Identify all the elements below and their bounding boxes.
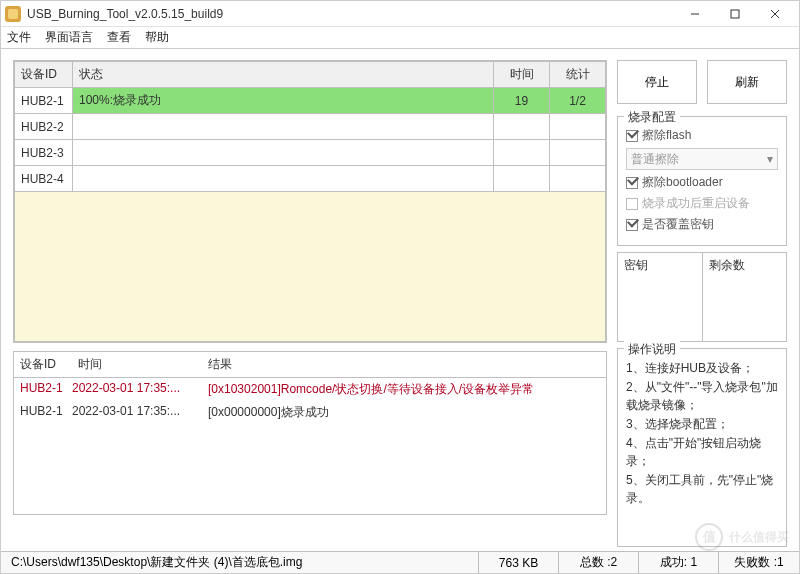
key-col-secret: 密钥 (618, 253, 703, 341)
window-controls (675, 2, 795, 26)
status-size: 763 KB (479, 552, 559, 573)
key-col-remaining: 剩余数 (703, 253, 787, 341)
instructions-panel: 操作说明 1、连接好HUB及设备；2、从"文件"--"导入烧录包"加载烧录镜像；… (617, 348, 787, 547)
cell-status (73, 166, 494, 192)
cell-status (73, 140, 494, 166)
device-table-header: 设备ID 状态 时间 统计 (15, 62, 606, 88)
minimize-button[interactable] (675, 2, 715, 26)
header-stat[interactable]: 统计 (550, 62, 606, 88)
instruction-step: 5、关闭工具前，先"停止"烧录。 (626, 471, 778, 507)
left-column: 设备ID 状态 时间 统计 HUB2-1100%:烧录成功191/2HUB2-2… (13, 60, 607, 547)
cell-time (494, 166, 550, 192)
action-buttons: 停止 刷新 (617, 60, 787, 104)
header-device-id[interactable]: 设备ID (15, 62, 73, 88)
menu-language[interactable]: 界面语言 (45, 29, 93, 46)
cell-status: 100%:烧录成功 (73, 88, 494, 114)
cell-device-id: HUB2-3 (15, 140, 73, 166)
cell-device-id: HUB2-1 (15, 88, 73, 114)
log-table-header: 设备ID 时间 结果 (14, 352, 606, 378)
window-title: USB_Burning_Tool_v2.0.5.15_build9 (27, 7, 675, 21)
checkbox-erase-bootloader[interactable]: 擦除bootloader (626, 174, 778, 191)
table-row[interactable]: HUB2-3 (15, 140, 606, 166)
right-column: 停止 刷新 烧录配置 擦除flash 普通擦除 擦除bootloader 烧录成… (617, 60, 787, 547)
log-cell-time: 2022-03-01 17:35:... (72, 381, 202, 398)
title-bar: USB_Burning_Tool_v2.0.5.15_build9 (1, 1, 799, 27)
log-cell-time: 2022-03-01 17:35:... (72, 404, 202, 421)
refresh-button[interactable]: 刷新 (707, 60, 787, 104)
log-cell-result: [0x10302001]Romcode/状态切换/等待设备接入/设备枚举异常 (202, 381, 606, 398)
burn-config-panel: 烧录配置 擦除flash 普通擦除 擦除bootloader 烧录成功后重启设备… (617, 116, 787, 246)
checkbox-icon (626, 177, 638, 189)
key-table: 密钥 剩余数 (617, 252, 787, 342)
status-path: C:\Users\dwf135\Desktop\新建文件夹 (4)\首选底包.i… (1, 552, 479, 573)
instruction-step: 4、点击"开始"按钮启动烧录； (626, 434, 778, 470)
log-cell-id: HUB2-1 (14, 381, 72, 398)
instruction-step: 2、从"文件"--"导入烧录包"加载烧录镜像； (626, 378, 778, 414)
burn-config-title: 烧录配置 (624, 109, 680, 126)
log-row[interactable]: HUB2-12022-03-01 17:35:...[0x00000000]烧录… (14, 401, 606, 424)
checkbox-icon (626, 130, 638, 142)
log-row[interactable]: HUB2-12022-03-01 17:35:...[0x10302001]Ro… (14, 378, 606, 401)
table-row[interactable]: HUB2-4 (15, 166, 606, 192)
table-row[interactable]: HUB2-2 (15, 114, 606, 140)
content-area: 设备ID 状态 时间 统计 HUB2-1100%:烧录成功191/2HUB2-2… (1, 50, 799, 551)
cell-device-id: HUB2-2 (15, 114, 73, 140)
menu-bar: 文件 界面语言 查看 帮助 (1, 27, 799, 49)
cell-stat (550, 114, 606, 140)
status-total: 总数 :2 (559, 552, 639, 573)
cell-time (494, 140, 550, 166)
status-fail: 失败数 :1 (719, 552, 799, 573)
header-time[interactable]: 时间 (494, 62, 550, 88)
checkbox-icon (626, 198, 638, 210)
cell-time (494, 114, 550, 140)
close-button[interactable] (755, 2, 795, 26)
menu-file[interactable]: 文件 (7, 29, 31, 46)
cell-status (73, 114, 494, 140)
select-erase-mode[interactable]: 普通擦除 (626, 148, 778, 170)
status-success: 成功: 1 (639, 552, 719, 573)
instructions-title: 操作说明 (624, 341, 680, 358)
menu-help[interactable]: 帮助 (145, 29, 169, 46)
log-cell-id: HUB2-1 (14, 404, 72, 421)
log-header-time[interactable]: 时间 (72, 352, 202, 377)
log-table: 设备ID 时间 结果 HUB2-12022-03-01 17:35:...[0x… (13, 351, 607, 515)
table-row[interactable]: HUB2-1100%:烧录成功191/2 (15, 88, 606, 114)
checkbox-reboot-after: 烧录成功后重启设备 (626, 195, 778, 212)
checkbox-overwrite-key[interactable]: 是否覆盖密钥 (626, 216, 778, 233)
device-table-filler (14, 192, 606, 342)
header-status[interactable]: 状态 (73, 62, 494, 88)
log-cell-result: [0x00000000]烧录成功 (202, 404, 606, 421)
checkbox-erase-flash[interactable]: 擦除flash (626, 127, 778, 144)
cell-stat (550, 166, 606, 192)
cell-device-id: HUB2-4 (15, 166, 73, 192)
device-table: 设备ID 状态 时间 统计 HUB2-1100%:烧录成功191/2HUB2-2… (13, 60, 607, 343)
cell-stat (550, 140, 606, 166)
instruction-step: 1、连接好HUB及设备； (626, 359, 778, 377)
svg-rect-1 (731, 10, 739, 18)
menu-view[interactable]: 查看 (107, 29, 131, 46)
cell-time: 19 (494, 88, 550, 114)
stop-button[interactable]: 停止 (617, 60, 697, 104)
status-bar: C:\Users\dwf135\Desktop\新建文件夹 (4)\首选底包.i… (1, 551, 799, 573)
app-icon (5, 6, 21, 22)
cell-stat: 1/2 (550, 88, 606, 114)
log-header-id[interactable]: 设备ID (14, 352, 72, 377)
instruction-step: 3、选择烧录配置； (626, 415, 778, 433)
maximize-button[interactable] (715, 2, 755, 26)
checkbox-icon (626, 219, 638, 231)
log-header-result[interactable]: 结果 (202, 352, 606, 377)
